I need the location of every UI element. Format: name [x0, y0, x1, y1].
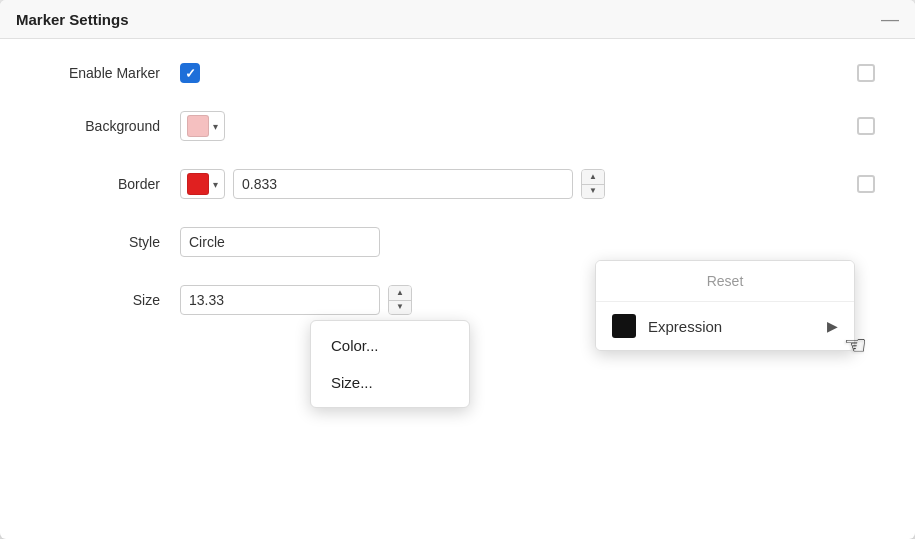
border-controls: ▾ ▲ ▼ [180, 169, 857, 199]
window-title: Marker Settings [16, 11, 129, 28]
size-label: Size [40, 292, 180, 308]
expression-item[interactable]: Expression ▶ [596, 302, 854, 350]
context-menu-size-item[interactable]: Size... [311, 364, 469, 401]
expression-arrow-icon: ▶ [827, 318, 838, 334]
size-spinner-up[interactable]: ▲ [389, 286, 411, 301]
size-spinner: ▲ ▼ [388, 285, 412, 315]
style-controls [180, 227, 875, 257]
enable-marker-row: Enable Marker ✓ [40, 63, 875, 83]
background-color-swatch [187, 115, 209, 137]
border-row: Border ▾ ▲ ▼ [40, 169, 875, 199]
enable-marker-checkbox[interactable]: ✓ [180, 63, 200, 83]
border-spinner-down[interactable]: ▼ [582, 185, 604, 199]
marker-settings-window: Marker Settings — Enable Marker ✓ Backgr… [0, 0, 915, 539]
check-icon: ✓ [185, 66, 196, 81]
border-color-button[interactable]: ▾ [180, 169, 225, 199]
border-value-input[interactable] [233, 169, 573, 199]
expression-swatch [612, 314, 636, 338]
border-spinner: ▲ ▼ [581, 169, 605, 199]
expression-popup: Reset Expression ▶ [595, 260, 855, 351]
border-label: Border [40, 176, 180, 192]
size-spinner-down[interactable]: ▼ [389, 301, 411, 315]
expression-label: Expression [648, 318, 815, 335]
enable-marker-end-checkbox[interactable] [857, 64, 875, 82]
border-color-swatch [187, 173, 209, 195]
background-label: Background [40, 118, 180, 134]
size-value-input[interactable] [180, 285, 380, 315]
background-controls: ▾ [180, 111, 857, 141]
context-menu-color-item[interactable]: Color... [311, 327, 469, 364]
background-color-button[interactable]: ▾ [180, 111, 225, 141]
title-bar: Marker Settings — [0, 0, 915, 39]
border-spinner-up[interactable]: ▲ [582, 170, 604, 185]
enable-marker-controls: ✓ [180, 63, 857, 83]
context-menu: Color... Size... [310, 320, 470, 408]
border-end-checkbox[interactable] [857, 175, 875, 193]
enable-marker-label: Enable Marker [40, 65, 180, 81]
close-button[interactable]: — [881, 10, 899, 28]
style-value-input[interactable] [180, 227, 380, 257]
background-row: Background ▾ [40, 111, 875, 141]
style-label: Style [40, 234, 180, 250]
background-chevron-icon: ▾ [213, 121, 218, 132]
style-row: Style [40, 227, 875, 257]
reset-button[interactable]: Reset [596, 261, 854, 302]
background-end-checkbox[interactable] [857, 117, 875, 135]
border-chevron-icon: ▾ [213, 179, 218, 190]
